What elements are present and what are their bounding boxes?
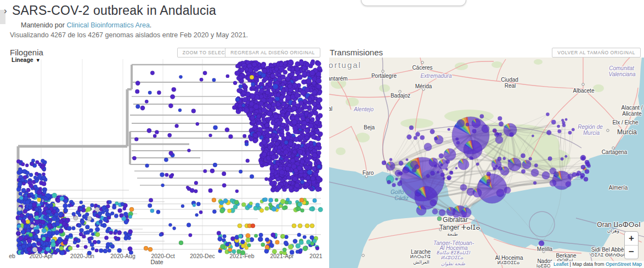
axis-tick-label: 2021-Feb bbox=[230, 253, 255, 259]
map-label: Mérida bbox=[415, 83, 432, 89]
map-label: Murcia bbox=[617, 128, 637, 136]
map-label: طنجة تطوان bbox=[441, 261, 465, 266]
map-label: Santarém bbox=[329, 76, 348, 82]
map-label: العرائش bbox=[413, 259, 429, 265]
map-attribution: Leaflet | Map data from OpenStreet Map bbox=[550, 261, 644, 268]
map-label: وهران bbox=[607, 228, 619, 233]
map-label: Región de bbox=[578, 124, 603, 130]
map-label: Badajoz bbox=[391, 93, 410, 99]
map-canvas bbox=[329, 58, 644, 268]
map-label: Alentejo bbox=[354, 106, 374, 112]
axis-tick-label: 2020-Jun bbox=[70, 253, 94, 259]
color-by-label: Lineage bbox=[12, 56, 33, 63]
map-label: Real bbox=[505, 83, 516, 89]
axis-tick-label: 2020-Apr bbox=[29, 253, 53, 259]
map-label: Tanger ⵜⴰⵏⵊⴰ bbox=[439, 224, 480, 231]
map-label: ⵍⵃⵓⵙⵉⵎⴰ bbox=[498, 260, 520, 265]
map-label: ⵍⵄⵔⴰⵢⵛ bbox=[410, 254, 430, 259]
map-label: Murcia bbox=[583, 130, 600, 136]
map-label: Sidi Bel Abbès bbox=[591, 247, 627, 253]
map-label: Alacant / bbox=[622, 105, 643, 111]
axis-tick-label: 2021 bbox=[309, 253, 322, 259]
map-label: Albacete bbox=[573, 88, 595, 94]
map-label: Cartagena bbox=[602, 149, 628, 155]
zoom-in-button[interactable]: + bbox=[625, 232, 638, 245]
leaflet-link[interactable]: Leaflet bbox=[553, 261, 568, 267]
map-label: Comunitat bbox=[609, 65, 634, 71]
zoom-out-button[interactable]: − bbox=[625, 245, 638, 259]
map-label: Beja bbox=[364, 124, 375, 130]
phylogeny-panel-title: Filogenia bbox=[10, 48, 43, 57]
axis-tick-label: eb bbox=[9, 253, 15, 259]
map-label: Cáceres bbox=[412, 65, 432, 71]
map-label: Portugal bbox=[329, 60, 361, 70]
map-label: Extremadura bbox=[420, 73, 451, 79]
map-label: Elx / Elche bbox=[612, 119, 638, 126]
map-panel-title: Transmisiones bbox=[330, 48, 383, 57]
map-label: Faro bbox=[363, 170, 374, 176]
axis-tick-label: 2021-Apr bbox=[270, 253, 293, 259]
osm-link[interactable]: OpenStreet Map bbox=[606, 261, 642, 267]
map-label: ⵍⵃⵓⵙⵉⵎⴰ bbox=[441, 255, 464, 260]
map-label: ⵏⴰⴹⵓⵔ bbox=[536, 263, 551, 268]
chevron-down-icon: ▼ bbox=[36, 58, 41, 63]
axis-title: Date bbox=[150, 259, 163, 265]
map-label: طنجة bbox=[447, 231, 457, 237]
transmissions-map[interactable]: PortugalSantarémPortalegreCáceresExtrema… bbox=[329, 58, 644, 268]
map-label: Portalegre bbox=[371, 73, 397, 79]
map-label: ⵙⵉⴷⵉ ⴱⵍⵄⴱⴰⵙ bbox=[590, 252, 627, 258]
map-label: Almería bbox=[609, 185, 628, 191]
map-label: Golfo de bbox=[391, 189, 411, 195]
color-by-dropdown[interactable]: Lineage▼ bbox=[12, 56, 41, 63]
attribution-text: | Map data from bbox=[568, 261, 606, 267]
reset-map-zoom-button[interactable]: VOLVER AL TAMAÑO ORIGINAL bbox=[552, 48, 641, 58]
map-label: Melilla bbox=[537, 246, 552, 252]
reset-layout-button[interactable]: REGRESAR AL DISEÑO ORIGINAL bbox=[225, 48, 320, 58]
map-label: Ciudad bbox=[501, 77, 518, 83]
axis-tick-label: 2020-Aug bbox=[110, 253, 135, 259]
map-label: Oran ⵡⴰⵀⵔⴰⵏ bbox=[597, 221, 640, 229]
map-label: Cádiz bbox=[394, 195, 409, 201]
map-zoom-control[interactable]: + − bbox=[624, 231, 639, 259]
map-label: Alicante bbox=[622, 111, 642, 117]
map-label: Setúbal bbox=[329, 106, 332, 112]
map-label: Gibraltar bbox=[443, 216, 468, 224]
map-label: Valenciana bbox=[608, 71, 635, 77]
axis-tick-label: 2020-Dec bbox=[190, 253, 215, 259]
